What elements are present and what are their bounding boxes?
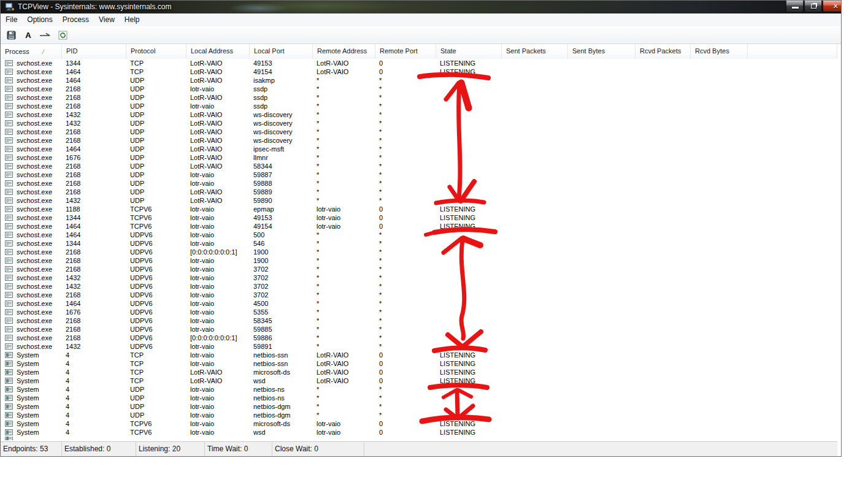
table-row[interactable]: svchost.exe2168UDPLotR-VAIOws-discovery*… — [1, 128, 837, 136]
remote-port-cell: 0 — [375, 419, 436, 428]
table-row[interactable]: System4TCPV6lotr-vaiowsdlotr-vaio0LISTEN… — [1, 428, 837, 437]
table-row[interactable]: svchost.exe2168UDPV6lotr-vaio58345** — [1, 316, 837, 325]
table-row[interactable]: svchost.exe2168UDPV6lotr-vaio1900** — [1, 256, 837, 265]
table-row[interactable]: System4UDPlotr-vaionetbios-dgm** — [1, 402, 837, 411]
remote-address-cell: LotR-VAIO — [313, 368, 375, 376]
empty-cell — [691, 170, 748, 179]
table-row[interactable]: svchost.exe2168UDPlotr-vaiossdp** — [1, 102, 837, 110]
local-port-cell: microsoft-ds — [250, 368, 313, 376]
menu-item-help[interactable]: Help — [120, 13, 145, 26]
column-header-remote-port[interactable]: Remote Port — [375, 44, 436, 59]
empty-cell — [636, 205, 691, 213]
table-row[interactable]: svchost.exe1432UDPV6lotr-vaio59891** — [1, 342, 837, 351]
column-header-protocol[interactable]: Protocol — [126, 44, 186, 59]
table-row[interactable]: svchost.exe2168UDPLotR-VAIOws-discovery*… — [1, 136, 837, 145]
remote-port-cell: * — [375, 334, 436, 342]
table-row[interactable]: svchost.exe1344UDPV6lotr-vaio546** — [1, 239, 837, 248]
table-row[interactable]: svchost.exe1188TCPV6lotr-vaioepmaplotr-v… — [1, 205, 837, 213]
table-row[interactable]: svchost.exe2168UDPV6[0:0:0:0:0:0:0:1]190… — [1, 248, 837, 256]
column-header-local-port[interactable]: Local Port — [250, 44, 313, 59]
table-row[interactable]: svchost.exe1344TCPV6lotr-vaio49153lotr-v… — [1, 213, 837, 222]
table-row[interactable]: svchost.exe2168UDPlotr-vaiossdp** — [1, 85, 837, 93]
local-address-cell: LotR-VAIO — [186, 59, 250, 67]
column-header-sent-bytes[interactable]: Sent Bytes — [568, 44, 636, 59]
empty-cell — [568, 325, 636, 334]
remote-address-cell: * — [313, 248, 375, 256]
empty-cell — [502, 394, 568, 402]
table-row[interactable]: System4TCPlotr-vaionetbios-ssnLotR-VAIO0… — [1, 359, 837, 368]
table-row[interactable]: svchost.exe2168UDPlotr-vaio59888** — [1, 179, 837, 188]
empty-cell — [691, 67, 748, 76]
table-row[interactable]: svchost.exe2168UDPLotR-VAIO59889** — [1, 188, 837, 196]
table-row[interactable]: System4UDPlotr-vaionetbios-dgm** — [1, 411, 837, 419]
table-row[interactable]: svchost.exe1432UDPLotR-VAIO59890** — [1, 196, 837, 205]
refresh-button[interactable] — [56, 28, 69, 42]
table-row[interactable]: svchost.exe2168UDPV6lotr-vaio59885** — [1, 325, 837, 334]
menu-item-options[interactable]: Options — [22, 13, 57, 26]
close-button[interactable]: ✕ — [823, 1, 841, 12]
column-header-pid[interactable]: PID — [62, 44, 126, 59]
table-row[interactable]: svchost.exe1464UDPLotR-VAIOisakmp** — [1, 76, 837, 85]
menu-item-process[interactable]: Process — [58, 13, 94, 26]
table-row[interactable]: svchost.exe2168UDPLotR-VAIO58344** — [1, 162, 837, 170]
table-row[interactable]: System4TCPlotr-vaionetbios-ssnLotR-VAIO0… — [1, 351, 837, 359]
empty-cell — [502, 153, 568, 162]
column-header-remote-address[interactable]: Remote Address — [313, 44, 375, 59]
table-row-partial[interactable] — [1, 437, 837, 440]
empty-cell — [636, 239, 691, 248]
pid-cell: 2168 — [62, 265, 126, 273]
table-row[interactable]: svchost.exe2168UDPLotR-VAIOssdp** — [1, 93, 837, 102]
save-button[interactable] — [4, 28, 18, 42]
minimize-button[interactable] — [786, 1, 804, 12]
table-row[interactable]: svchost.exe2168UDPlotr-vaio59887** — [1, 170, 837, 179]
table-row[interactable]: svchost.exe1676UDPLotR-VAIOllmnr** — [1, 153, 837, 162]
table-row[interactable]: System4UDPlotr-vaionetbios-ns** — [1, 394, 837, 402]
column-header-rcvd-packets[interactable]: Rcvd Packets — [636, 44, 691, 59]
table-row[interactable]: System4TCPLotR-VAIOmicrosoft-dsLotR-VAIO… — [1, 368, 837, 376]
menu-item-view[interactable]: View — [94, 13, 120, 26]
empty-cell — [568, 368, 636, 376]
table-row[interactable]: svchost.exe1464UDPLotR-VAIOipsec-msft** — [1, 145, 837, 153]
table-row[interactable]: svchost.exe1432UDPLotR-VAIOws-discovery*… — [1, 119, 837, 128]
table-row[interactable]: System4TCPV6lotr-vaiomicrosoft-dslotr-va… — [1, 419, 837, 428]
state-cell — [436, 231, 502, 239]
table-row[interactable]: svchost.exe1676UDPV6lotr-vaio5355** — [1, 308, 837, 316]
protocol-cell: UDPV6 — [126, 273, 186, 282]
empty-cell — [568, 85, 636, 93]
empty-cell — [636, 136, 691, 145]
local-address-cell: LotR-VAIO — [186, 196, 250, 205]
table-row[interactable]: svchost.exe1464TCPLotR-VAIO49154LotR-VAI… — [1, 67, 837, 76]
table-row[interactable]: svchost.exe2168UDPV6[0:0:0:0:0:0:0:1]598… — [1, 334, 837, 342]
column-header-local-address[interactable]: Local Address — [186, 44, 250, 59]
empty-cell — [502, 231, 568, 239]
table-row[interactable]: svchost.exe1432UDPV6lotr-vaio3702** — [1, 282, 837, 291]
table-row[interactable]: svchost.exe1432UDPLotR-VAIOws-discovery*… — [1, 110, 837, 119]
table-row[interactable]: svchost.exe1344TCPLotR-VAIO49153LotR-VAI… — [1, 59, 837, 67]
table-row[interactable]: svchost.exe1464UDPV6lotr-vaio500** — [1, 231, 837, 239]
pid-cell: 2168 — [62, 248, 126, 256]
font-button[interactable]: A — [21, 28, 35, 42]
column-header-process[interactable]: Process∕ — [1, 44, 62, 59]
table-row[interactable]: svchost.exe1464TCPV6lotr-vaio49154lotr-v… — [1, 222, 837, 231]
remote-address-cell: LotR-VAIO — [313, 59, 375, 67]
protocol-cell: TCP — [126, 59, 186, 67]
table-row[interactable]: svchost.exe1432UDPV6lotr-vaio3702** — [1, 273, 837, 282]
table-row[interactable]: svchost.exe1464UDPV6lotr-vaio4500** — [1, 299, 837, 308]
table-row[interactable]: System4TCPLotR-VAIOwsdLotR-VAIO0LISTENIN… — [1, 376, 837, 385]
local-address-cell: lotr-vaio — [186, 179, 250, 188]
local-port-cell: llmnr — [250, 153, 313, 162]
tcpview-window: TCPView - Sysinternals: www.sysinternals… — [0, 0, 842, 457]
table-row[interactable]: System4UDPlotr-vaionetbios-ns** — [1, 385, 837, 394]
process-name: svchost.exe — [17, 67, 52, 76]
table-row[interactable]: svchost.exe2168UDPV6lotr-vaio3702** — [1, 265, 837, 273]
process-name: svchost.exe — [17, 265, 52, 273]
menu-item-file[interactable]: File — [1, 13, 22, 26]
disconnect-button[interactable] — [39, 28, 52, 42]
column-header-sent-packets[interactable]: Sent Packets — [502, 44, 568, 59]
column-header-state[interactable]: State — [436, 44, 502, 59]
column-header-rcvd-bytes[interactable]: Rcvd Bytes — [691, 44, 748, 59]
process-name: svchost.exe — [17, 239, 52, 248]
local-port-cell: 49154 — [250, 67, 313, 76]
table-row[interactable]: svchost.exe2168UDPV6lotr-vaio3702** — [1, 291, 837, 299]
restore-button[interactable] — [804, 1, 822, 12]
